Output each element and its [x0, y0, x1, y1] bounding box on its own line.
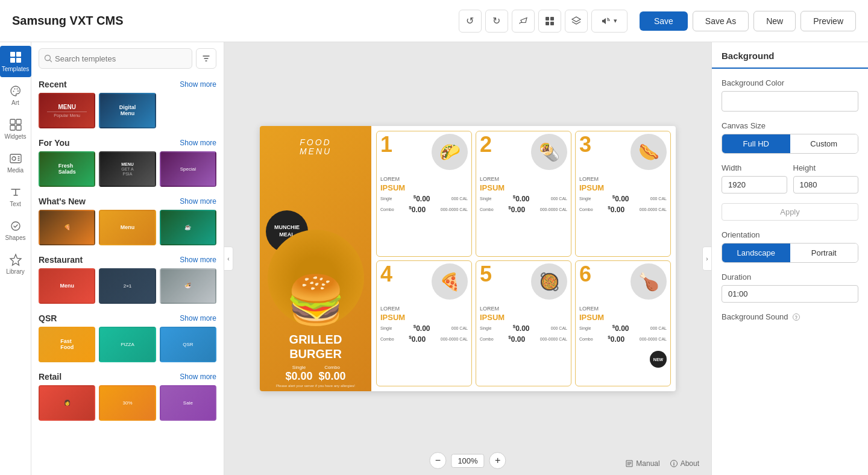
height-input[interactable]: [793, 176, 859, 193]
zoom-in-button[interactable]: +: [489, 452, 506, 469]
manual-link[interactable]: Manual: [625, 459, 659, 468]
help-icon: [792, 313, 800, 321]
canvas-size-group: Canvas Size Full HD Custom: [722, 121, 858, 154]
svg-rect-1: [550, 17, 554, 20]
sidebar-item-art[interactable]: Art: [0, 80, 31, 111]
qsr-grid: FastFood PIZZA QSR: [39, 327, 216, 362]
sidebar-item-media[interactable]: Media: [0, 147, 31, 178]
template-thumb[interactable]: 🍕: [39, 210, 95, 245]
sidebar-item-templates[interactable]: Templates: [0, 46, 31, 77]
about-link[interactable]: About: [670, 459, 699, 468]
landscape-button[interactable]: Landscape: [722, 244, 790, 262]
svg-rect-4: [10, 52, 15, 57]
duration-group: Duration: [722, 272, 858, 303]
sidebar-label-templates: Templates: [2, 66, 30, 72]
bg-color-input[interactable]: [722, 91, 858, 112]
retail-grid: 👩 30% Sale: [39, 385, 216, 421]
svg-point-17: [12, 157, 16, 160]
menu-item-5: 5 🥘 LOREM IPSUM Single $0.00 000 CAL Com…: [476, 260, 571, 386]
template-thumb[interactable]: DigitalMenu: [99, 93, 156, 128]
show-more-restaurant[interactable]: Show more: [180, 256, 216, 264]
manual-icon: [625, 459, 634, 468]
menu-title: FOOD MENU: [300, 138, 332, 157]
new-button[interactable]: New: [753, 11, 796, 31]
paint-button[interactable]: [512, 10, 535, 33]
food-img-1: 🌮: [432, 134, 468, 170]
search-input-wrap[interactable]: [39, 48, 192, 69]
grilled-burger-text: GRILLED BURGER: [289, 332, 342, 361]
save-as-button[interactable]: Save As: [693, 11, 749, 31]
redo-button[interactable]: ↻: [485, 10, 508, 33]
full-hd-button[interactable]: Full HD: [722, 134, 790, 153]
custom-button[interactable]: Custom: [790, 134, 858, 153]
height-label: Height: [793, 163, 859, 172]
svg-point-8: [13, 91, 14, 92]
grid-button[interactable]: [538, 10, 561, 33]
section-title-retail: Retail: [39, 372, 61, 382]
section-title-qsr: QSR: [39, 313, 57, 323]
section-recent: Recent Show more MENU Popular Menu Digit…: [31, 75, 224, 133]
sidebar-item-text[interactable]: Text: [0, 181, 31, 212]
template-thumb[interactable]: 30%: [99, 385, 156, 421]
canvas-size-label: Canvas Size: [722, 121, 858, 130]
save-button[interactable]: Save: [640, 11, 688, 31]
show-more-for-you[interactable]: Show more: [180, 139, 216, 147]
bg-color-group: Background Color: [722, 78, 858, 112]
svg-point-10: [16, 89, 17, 90]
bottom-links: Manual About: [625, 459, 699, 468]
canvas-area: ‹ › FOOD MENU MUNCHIE MEAL: [224, 42, 711, 475]
show-more-recent[interactable]: Show more: [180, 80, 216, 89]
section-restaurant: Restaurant Show more Menu 2×1 🍜: [31, 250, 224, 309]
sidebar-item-library[interactable]: Library: [0, 248, 31, 280]
collapse-panel-button[interactable]: ‹: [224, 247, 233, 271]
portrait-button[interactable]: Portrait: [790, 244, 858, 262]
canvas-size-toggle: Full HD Custom: [722, 134, 858, 154]
menu-left-panel: FOOD MENU MUNCHIE MEAL GRILLED BURGER: [260, 126, 371, 391]
sidebar-item-widgets[interactable]: Widgets: [0, 113, 31, 145]
show-more-retail[interactable]: Show more: [180, 373, 216, 381]
app-title: Samsung VXT CMS: [12, 14, 459, 28]
expand-panel-button[interactable]: ›: [702, 247, 711, 271]
canvas-container[interactable]: ‹ › FOOD MENU MUNCHIE MEAL: [224, 42, 711, 475]
height-group: Height: [793, 163, 859, 193]
filter-button[interactable]: [196, 48, 216, 69]
template-thumb[interactable]: Menu: [39, 268, 95, 304]
template-thumb[interactable]: 🍜: [160, 268, 216, 304]
template-thumb[interactable]: 👩: [39, 385, 95, 421]
sound-button[interactable]: ▾: [591, 10, 627, 33]
template-thumb[interactable]: QSR: [160, 327, 216, 362]
layers-button[interactable]: [565, 10, 588, 33]
menu-right-grid: 1 🌮 LOREM IPSUM Single $0.00 000 CAL Com…: [371, 126, 676, 391]
template-thumb[interactable]: Special: [160, 151, 216, 187]
template-thumb[interactable]: ☕: [160, 210, 216, 245]
toolbar: ↺ ↻ ▾: [459, 10, 627, 33]
show-more-whats-new[interactable]: Show more: [180, 197, 216, 206]
template-thumb[interactable]: FreshSalads: [39, 151, 95, 187]
svg-rect-15: [16, 125, 21, 130]
show-more-qsr[interactable]: Show more: [180, 314, 216, 322]
sidebar-item-shapes[interactable]: Shapes: [0, 215, 31, 246]
menu-item-1: 1 🌮 LOREM IPSUM Single $0.00 000 CAL Com…: [376, 131, 472, 257]
zoom-out-button[interactable]: −: [429, 452, 446, 469]
new-badge: NEW: [650, 351, 667, 368]
preview-button[interactable]: Preview: [800, 11, 856, 31]
template-thumb[interactable]: MENU Popular Menu: [39, 93, 95, 128]
food-img-5: 🥘: [531, 263, 567, 300]
info-icon: [670, 459, 678, 468]
search-input[interactable]: [52, 51, 187, 67]
template-thumb[interactable]: MENU GET APSIA: [99, 151, 156, 187]
apply-button[interactable]: Apply: [722, 203, 858, 221]
menu-canvas: FOOD MENU MUNCHIE MEAL GRILLED BURGER: [260, 126, 676, 391]
template-thumb[interactable]: Menu: [99, 210, 156, 245]
undo-button[interactable]: ↺: [459, 10, 482, 33]
template-thumb[interactable]: Sale: [160, 385, 216, 421]
width-label: Width: [722, 163, 787, 172]
section-for-you: For You Show more FreshSalads MENU GET A…: [31, 133, 224, 192]
template-thumb[interactable]: 2×1: [99, 268, 156, 304]
width-input[interactable]: [722, 176, 787, 193]
dimensions-row: Width Height: [722, 163, 858, 203]
zoom-level: 100%: [451, 454, 484, 468]
template-thumb[interactable]: FastFood: [39, 327, 95, 362]
duration-input[interactable]: [722, 285, 858, 303]
template-thumb[interactable]: PIZZA: [99, 327, 156, 362]
